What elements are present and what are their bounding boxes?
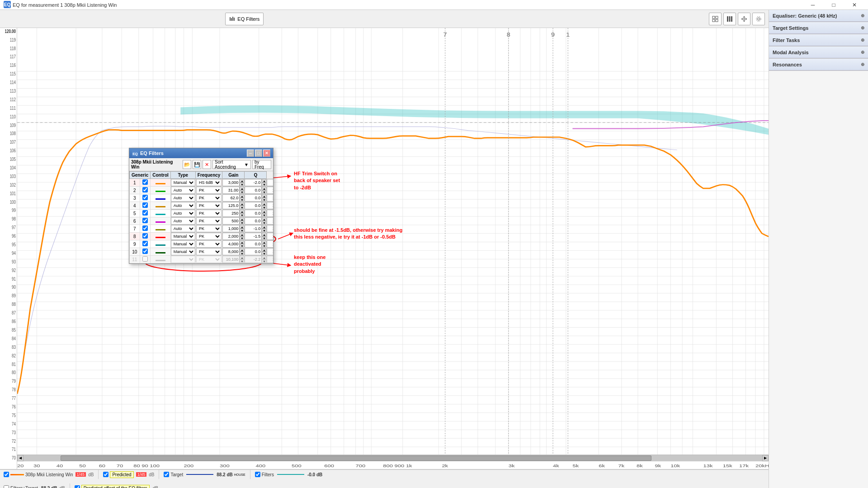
filter-q-cell-1[interactable]: ▲ ▼ (267, 179, 273, 187)
filter-gain-up-6[interactable]: ▲ (262, 217, 266, 221)
sort-by-freq-button[interactable]: by Freq (252, 160, 271, 169)
filter-enable-checkbox-5[interactable] (142, 210, 148, 216)
filter-freq-input-3[interactable] (222, 194, 240, 202)
filter-gain-input-8[interactable] (245, 233, 262, 240)
sort-ascending-button[interactable]: Sort Ascending ▼ (212, 160, 251, 169)
eq-save-button[interactable]: 💾 (193, 160, 201, 169)
filter-freq-down-6[interactable]: ▼ (240, 221, 244, 225)
filter-freq-input-4[interactable] (222, 202, 240, 209)
title-bar-controls[interactable]: ─ □ ✕ (803, 0, 864, 10)
filter-freq-cell-11[interactable]: ▲ ▼ (222, 256, 245, 263)
eq-dialog-close[interactable]: ✕ (263, 150, 270, 157)
filter-gain-down-4[interactable]: ▼ (262, 206, 266, 209)
filter-checkbox-cell-7[interactable] (140, 225, 151, 233)
filter-type-cell-5[interactable]: PKHS 6dBLPHP (195, 210, 222, 217)
filter-q-cell-4[interactable]: ▲ ▼ (267, 202, 273, 210)
filter-gain-up-9[interactable]: ▲ (262, 240, 266, 244)
filter-q-input-2[interactable] (267, 187, 273, 194)
filter-freq-up-10[interactable]: ▲ (240, 248, 244, 252)
filter-q-cell-11[interactable]: ▲ ▼ (267, 256, 273, 263)
filters-target-checkbox[interactable] (4, 485, 9, 488)
filter-gain-input-4[interactable] (245, 202, 262, 209)
filter-q-input-7[interactable] (267, 225, 273, 232)
filter-freq-down-11[interactable]: ▼ (240, 259, 244, 263)
scroll-thumb[interactable] (61, 455, 651, 461)
filter-enable-checkbox-8[interactable] (142, 233, 148, 239)
filter-gain-up-2[interactable]: ▲ (262, 187, 266, 190)
filter-control-select-4[interactable]: Auto Auto Manual (171, 202, 195, 209)
filter-gain-input-9[interactable] (245, 240, 262, 248)
settings-button[interactable] (752, 13, 765, 25)
filter-checkbox-cell-10[interactable] (140, 248, 151, 256)
filter-gain-input-1[interactable] (245, 179, 262, 186)
filter-gain-cell-4[interactable]: ▲ ▼ (245, 202, 267, 210)
filter-control-cell-10[interactable]: Manual Auto Manual (170, 248, 195, 256)
filter-control-select-6[interactable]: Auto Auto Manual (171, 217, 195, 225)
filter-type-cell-2[interactable]: PKHS 6dBLPHP (195, 187, 222, 194)
minimize-button[interactable]: ─ (803, 0, 823, 10)
filter-freq-down-4[interactable]: ▼ (240, 206, 244, 209)
filter-freq-cell-5[interactable]: ▲ ▼ (222, 210, 245, 217)
filter-control-select-11[interactable]: Auto Manual (171, 256, 195, 263)
filter-gain-up-4[interactable]: ▲ (262, 202, 266, 206)
filter-type-cell-4[interactable]: PKHS 6dBLPHP (195, 202, 222, 210)
filter-control-select-3[interactable]: Auto Auto Manual (171, 194, 195, 202)
filter-gain-input-10[interactable] (245, 248, 262, 255)
filter-enable-checkbox-1[interactable] (142, 179, 148, 185)
filter-control-select-5[interactable]: Auto Auto Manual (171, 210, 195, 217)
eq-dialog-minimize[interactable]: ─ (247, 150, 254, 157)
filter-gain-down-5[interactable]: ▼ (262, 213, 266, 217)
filter-freq-cell-10[interactable]: ▲ ▼ (222, 248, 245, 256)
filter-type-cell-9[interactable]: PKHS 6dBLPHP (195, 240, 222, 248)
move-button[interactable] (738, 13, 750, 25)
filter-freq-down-3[interactable]: ▼ (240, 198, 244, 202)
filter-type-select-2[interactable]: PKHS 6dBLPHP (196, 187, 222, 194)
filter-checkbox-cell-11[interactable] (140, 256, 151, 263)
filter-enable-checkbox-6[interactable] (142, 218, 148, 223)
filter-tasks-header[interactable]: Filter Tasks ⊕ (769, 34, 868, 46)
filter-gain-up-11[interactable]: ▲ (262, 256, 266, 259)
measurement-checkbox[interactable] (4, 472, 9, 477)
modal-analysis-header[interactable]: Modal Analysis ⊕ (769, 47, 868, 58)
filter-gain-cell-8[interactable]: ▲ ▼ (245, 233, 267, 240)
filter-freq-up-1[interactable]: ▲ (240, 179, 244, 183)
filter-gain-input-11[interactable] (245, 256, 262, 263)
filter-q-input-1[interactable] (267, 179, 273, 186)
filter-checkbox-cell-9[interactable] (140, 240, 151, 248)
filter-q-cell-3[interactable]: ▲ ▼ (267, 194, 273, 202)
filter-gain-down-11[interactable]: ▼ (262, 259, 266, 263)
predicted-checkbox[interactable] (103, 472, 108, 477)
eq-dialog-title-controls[interactable]: ─ □ ✕ (247, 150, 270, 157)
target-checkbox[interactable] (164, 472, 169, 477)
filter-q-input-9[interactable] (267, 240, 273, 248)
scroll-right-button[interactable]: ▶ (762, 455, 769, 461)
resonances-header[interactable]: Resonances ⊕ (769, 59, 868, 70)
filter-q-cell-9[interactable]: ▲ ▼ (267, 240, 273, 248)
filter-gain-down-1[interactable]: ▼ (262, 183, 266, 186)
close-button[interactable]: ✕ (844, 0, 864, 10)
filter-gain-up-10[interactable]: ▲ (262, 248, 266, 252)
filter-control-cell-4[interactable]: Auto Auto Manual (170, 202, 195, 210)
filter-freq-down-10[interactable]: ▼ (240, 252, 244, 255)
filter-gain-down-10[interactable]: ▼ (262, 252, 266, 255)
filter-gain-down-7[interactable]: ▼ (262, 229, 266, 232)
filter-freq-cell-6[interactable]: ▲ ▼ (222, 217, 245, 225)
filter-enable-checkbox-9[interactable] (142, 241, 148, 246)
filter-control-cell-3[interactable]: Auto Auto Manual (170, 194, 195, 202)
filter-gain-down-8[interactable]: ▼ (262, 236, 266, 240)
filter-checkbox-cell-3[interactable] (140, 194, 151, 202)
scroll-track[interactable] (24, 455, 762, 461)
filter-freq-up-6[interactable]: ▲ (240, 217, 244, 221)
horizontal-scrollbar[interactable]: ◀ ▶ (17, 455, 769, 461)
filter-gain-down-3[interactable]: ▼ (262, 198, 266, 202)
filter-freq-up-8[interactable]: ▲ (240, 233, 244, 236)
filter-freq-input-5[interactable] (222, 210, 240, 217)
filter-freq-up-7[interactable]: ▲ (240, 225, 244, 229)
filter-q-cell-10[interactable]: ▲ ▼ (267, 248, 273, 256)
filter-type-select-10[interactable]: PKHS 6dBLPHP (196, 248, 222, 255)
filter-freq-down-7[interactable]: ▼ (240, 229, 244, 232)
grid-view-button[interactable] (709, 13, 722, 25)
filter-gain-up-3[interactable]: ▲ (262, 194, 266, 198)
filter-control-cell-8[interactable]: Manual Auto Manual (170, 233, 195, 240)
filter-freq-up-9[interactable]: ▲ (240, 240, 244, 244)
